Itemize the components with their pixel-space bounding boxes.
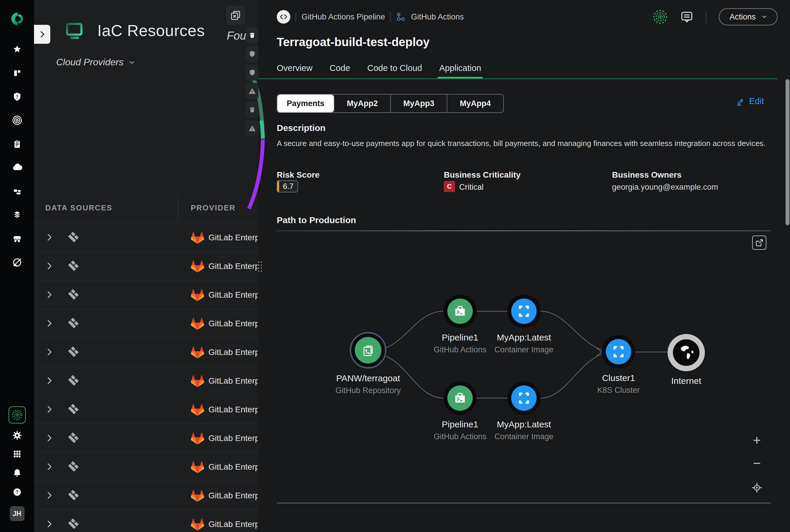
user-avatar[interactable]: JH	[0, 505, 34, 522]
recenter-button[interactable]	[750, 480, 764, 495]
risk-score-label: Risk Score	[277, 170, 320, 180]
favorites-nav-item[interactable]	[0, 40, 34, 58]
node-container-image-bottom[interactable]: MyApp:Latest Container Image	[486, 382, 562, 441]
row-expand-chevron-icon[interactable]	[46, 491, 53, 499]
open-in-new-button[interactable]	[752, 235, 766, 250]
reports-nav-item[interactable]	[0, 135, 34, 153]
app-tab-myapp2[interactable]: MyApp2	[334, 95, 390, 112]
iac-framework-icon	[66, 517, 80, 531]
dashboards-nav-item[interactable]	[0, 64, 34, 82]
tab-application[interactable]: Application	[439, 63, 481, 78]
shield-tool-button[interactable]	[246, 46, 258, 62]
node-k8s-cluster[interactable]: Cluster1 K8S Cluster	[580, 335, 657, 395]
zoom-in-button[interactable]: +	[750, 433, 764, 447]
trash-tool-button[interactable]	[246, 27, 258, 43]
edit-button-label: Edit	[749, 96, 764, 106]
gitlab-icon	[191, 489, 204, 502]
provider-name: GitLab Enterp	[208, 262, 258, 271]
iac-framework-icon	[66, 345, 80, 359]
code-circle-icon	[277, 10, 290, 24]
tab-overview[interactable]: Overview	[277, 63, 313, 78]
row-expand-chevron-icon[interactable]	[46, 405, 53, 414]
breadcrumb-pipeline[interactable]: GitHub Actions Pipeline	[302, 13, 385, 22]
clipboard-icon	[13, 139, 22, 149]
dashboard-icon	[13, 68, 22, 78]
actions-button[interactable]: Actions	[719, 8, 777, 25]
container-image-icon	[517, 304, 531, 318]
row-expand-chevron-icon[interactable]	[46, 434, 53, 442]
gitlab-icon	[191, 375, 204, 387]
tab-code-to-cloud[interactable]: Code to Cloud	[367, 63, 422, 78]
row-expand-chevron-icon[interactable]	[46, 319, 53, 327]
zoom-out-button[interactable]: −	[750, 456, 764, 470]
gitlab-icon	[191, 432, 204, 445]
assets-nav-item[interactable]	[0, 183, 34, 201]
marketplace-nav-item[interactable]	[0, 230, 34, 248]
row-expand-chevron-icon[interactable]	[46, 520, 53, 528]
radar-nav-item[interactable]	[0, 111, 34, 129]
tab-bar-underline	[258, 78, 777, 79]
row-expand-chevron-icon[interactable]	[46, 262, 53, 270]
panel-collapse-button[interactable]	[34, 25, 50, 44]
edit-button[interactable]: Edit	[736, 96, 764, 106]
app-tab-myapp4[interactable]: MyApp4	[447, 95, 503, 112]
breadcrumb-github-actions[interactable]: GitHub Actions	[411, 13, 464, 22]
table-row[interactable]: GitLab Enterp	[34, 223, 258, 252]
chat-icon[interactable]	[680, 10, 693, 23]
path-section-divider	[277, 230, 771, 231]
ai-spiral-icon[interactable]	[653, 9, 668, 24]
node-circle	[444, 382, 476, 415]
node-label: PANW/terragoat	[336, 373, 400, 383]
vertical-scrollbar-thumb[interactable]	[786, 79, 789, 225]
table-row[interactable]: GitLab Enterp	[34, 281, 258, 309]
row-expand-chevron-icon[interactable]	[46, 233, 53, 242]
help-nav-item[interactable]: ?	[0, 483, 34, 501]
trash-tool-button[interactable]	[246, 102, 258, 118]
tab-code[interactable]: Code	[330, 63, 350, 78]
copilot-nav-item[interactable]	[0, 406, 34, 423]
iac-framework-icon	[66, 460, 80, 474]
gitlab-icon	[191, 260, 204, 273]
row-expand-chevron-icon[interactable]	[46, 290, 53, 299]
settings-nav-item[interactable]	[0, 426, 34, 444]
radar-icon	[12, 115, 22, 125]
app-tab-myapp3[interactable]: MyApp3	[390, 95, 447, 112]
layers-nav-item[interactable]	[0, 206, 34, 224]
cloud-providers-label: Cloud Providers	[56, 57, 124, 68]
warning-tool-button[interactable]	[246, 120, 258, 136]
compass-nav-item[interactable]	[0, 253, 34, 271]
criticality-badge: C	[444, 181, 455, 192]
warning-triangle-icon	[248, 87, 256, 95]
table-row[interactable]: GitLab Enterp	[34, 510, 258, 532]
panel-popout-button[interactable]	[226, 6, 245, 25]
table-row[interactable]: GitLab Enterp	[34, 453, 258, 481]
alerts-nav-item[interactable]	[0, 88, 34, 106]
row-expand-chevron-icon[interactable]	[46, 462, 53, 471]
cloud-providers-dropdown[interactable]: Cloud Providers	[56, 57, 135, 68]
provider-name: GitLab Enterp	[208, 319, 258, 328]
notifications-nav-item[interactable]	[0, 464, 34, 482]
table-row[interactable]: GitLab Enterp	[34, 366, 258, 395]
panel-resize-handle[interactable]	[257, 261, 263, 273]
prisma-cloud-logo-icon[interactable]	[0, 10, 34, 28]
table-row[interactable]: GitLab Enterp	[34, 481, 258, 510]
table-row[interactable]: GitLab Enterp	[34, 252, 258, 281]
app-tab-payments[interactable]: Payments	[277, 95, 334, 112]
apps-nav-item[interactable]	[0, 445, 34, 463]
row-expand-chevron-icon[interactable]	[46, 348, 53, 356]
warning-tool-button[interactable]	[246, 83, 258, 99]
table-row[interactable]: GitLab Enterp	[34, 395, 258, 424]
breadcrumb: GitHub Actions Pipeline GitHub Actions	[277, 10, 464, 24]
table-row[interactable]: GitLab Enterp	[34, 338, 258, 366]
shield-tool-button[interactable]	[246, 64, 258, 80]
diagram-bottom-divider	[277, 503, 771, 504]
node-container-image-top[interactable]: MyApp:Latest Container Image	[486, 294, 562, 354]
table-row[interactable]: GitLab Enterp	[34, 309, 258, 338]
cloud-nav-item[interactable]	[0, 159, 34, 176]
node-github-repository[interactable]: PANW/terragoat GitHub Repository	[330, 332, 407, 395]
background-toolbar-strip	[246, 27, 258, 139]
table-row[interactable]: GitLab Enterp	[34, 424, 258, 453]
column-divider	[178, 195, 178, 221]
node-internet[interactable]: Internet	[648, 334, 725, 386]
row-expand-chevron-icon[interactable]	[46, 377, 53, 385]
